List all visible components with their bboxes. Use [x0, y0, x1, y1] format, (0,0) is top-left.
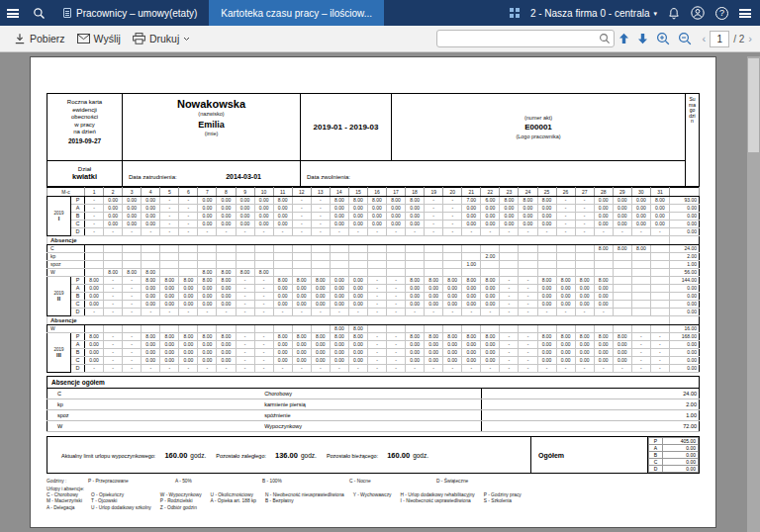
legend-column: P - Godziny pracyS - Szkolenia	[484, 492, 522, 511]
grand-total-value: 0.00	[663, 445, 699, 452]
absence-sum: 1.00	[670, 261, 700, 269]
day-cell: 6.00	[481, 197, 500, 205]
notifications-bell-icon[interactable]	[668, 7, 680, 20]
day-cell: 0.00	[330, 293, 348, 301]
absences-total-title: Absencje ogółem	[48, 377, 700, 389]
tab-pracownicy-umowy[interactable]: Pracownicy – umowy(etaty)	[51, 0, 209, 26]
day-cell: 0.00	[443, 341, 462, 349]
find-next-button[interactable]	[637, 33, 648, 44]
vertical-scrollbar[interactable]	[747, 56, 760, 532]
day-cell: -	[387, 341, 406, 349]
day-cell: 0.00	[594, 357, 613, 365]
day-header: 27	[575, 188, 594, 197]
day-cell: 0.00	[500, 205, 519, 213]
day-cell: -	[443, 213, 462, 221]
day-cell	[556, 325, 575, 333]
day-cell: 0.00	[594, 213, 613, 221]
day-cell: -	[123, 309, 142, 316]
absence-sum: 56.00	[670, 269, 700, 277]
day-cell: -	[104, 293, 123, 301]
day-cell: -	[85, 365, 104, 373]
day-cell: 8.00	[85, 277, 104, 285]
day-cell: -	[650, 341, 669, 349]
scrollbar-thumb[interactable]	[748, 58, 759, 152]
day-cell	[273, 253, 292, 261]
day-cell: -	[425, 205, 443, 213]
day-cell	[254, 245, 273, 253]
day-cell: 0.00	[311, 293, 330, 301]
global-search-icon[interactable]	[26, 0, 51, 26]
day-header: 22	[481, 188, 500, 197]
window-menu-icon[interactable]	[739, 9, 751, 18]
day-cell: 0.00	[367, 213, 386, 221]
day-cell: -	[387, 228, 406, 236]
day-cell	[311, 245, 330, 253]
help-icon[interactable]: ?	[715, 7, 728, 20]
day-cell: 0.00	[292, 341, 311, 349]
search-input[interactable]	[437, 34, 599, 44]
day-cell: -	[519, 228, 537, 236]
page-number-input[interactable]	[710, 31, 729, 47]
day-cell: -	[179, 213, 198, 221]
legend-item: A - Delegacja	[47, 505, 82, 511]
main-menu-icon[interactable]	[0, 0, 26, 26]
search-icon[interactable]	[599, 33, 611, 44]
day-cell: -	[500, 333, 519, 341]
day-cell: 0.00	[613, 341, 631, 349]
previous-page-button[interactable]: ‹	[703, 33, 707, 44]
day-cell: 0.00	[254, 197, 273, 205]
day-cell: -	[104, 365, 123, 373]
day-header: 15	[348, 188, 367, 197]
zoom-out-button[interactable]	[678, 32, 692, 45]
day-cell: 0.00	[594, 293, 613, 301]
grand-totals-cell: P405.00A0.00B0.00C0.00D0.00	[647, 437, 699, 473]
day-cell: -	[311, 365, 330, 373]
day-cell: -	[104, 341, 123, 349]
download-button[interactable]: Pobierz	[8, 30, 71, 47]
day-cell: -	[160, 228, 179, 236]
day-cell: 0.00	[311, 357, 330, 365]
legend-hours-row: Godziny : P - PrzepracowaneA - 50%B - 10…	[47, 479, 700, 484]
tab-kartoteka-czasu-pracy[interactable]: Kartoteka czasu pracy – ilościow...	[209, 0, 384, 26]
day-cell: -	[425, 365, 443, 373]
day-cell: -	[273, 309, 292, 316]
zoom-in-button[interactable]	[656, 32, 670, 45]
employee-surname: Nowakowska	[123, 98, 300, 110]
find-previous-button[interactable]	[618, 33, 629, 44]
day-cell: -	[85, 228, 104, 236]
day-cell: 0.00	[556, 349, 575, 357]
sum-column-header: Suma godzin	[689, 97, 696, 125]
grand-total-row: P405.00	[649, 438, 699, 445]
absence-code: kp	[48, 253, 85, 261]
grand-total-row: A0.00	[649, 445, 699, 452]
day-cell: 0.00	[462, 349, 481, 357]
day-cell: 0.00	[330, 277, 348, 285]
day-cell	[236, 325, 254, 333]
day-cell: -	[575, 197, 594, 205]
current-remaining-label: Pozostało bieżącego:	[327, 453, 378, 459]
day-cell: 0.00	[500, 221, 519, 228]
company-selector[interactable]: 2 - Nasza firma 0 - centrala ▾	[530, 8, 657, 19]
day-cell: -	[537, 228, 556, 236]
day-cell	[443, 261, 462, 269]
day-cell: -	[425, 309, 443, 316]
user-icon[interactable]	[691, 6, 705, 20]
day-cell: 0.00	[613, 205, 631, 213]
day-cell	[160, 261, 179, 269]
day-cell: 0.00	[481, 285, 500, 293]
apps-grid-icon[interactable]	[510, 8, 520, 18]
hire-date-label: Data zatrudnienia:	[129, 174, 177, 180]
day-cell: -	[142, 309, 160, 316]
day-cell	[650, 293, 669, 301]
day-cell: -	[254, 285, 273, 293]
absence-total-row: CChorobowy24.00	[48, 389, 700, 399]
day-cell	[500, 245, 519, 253]
day-cell: -	[104, 228, 123, 236]
send-button[interactable]: Wyślij	[71, 30, 127, 47]
next-page-button[interactable]: ›	[748, 33, 752, 44]
print-button[interactable]: Drukuj	[127, 30, 196, 47]
absence-total-row: WWypoczynkowy72.00	[48, 421, 700, 432]
day-cell: 0.00	[198, 293, 217, 301]
legend-column: C - ChorobowyM - MacierzyńskiA - Delegac…	[47, 492, 82, 511]
day-cell	[500, 253, 519, 261]
